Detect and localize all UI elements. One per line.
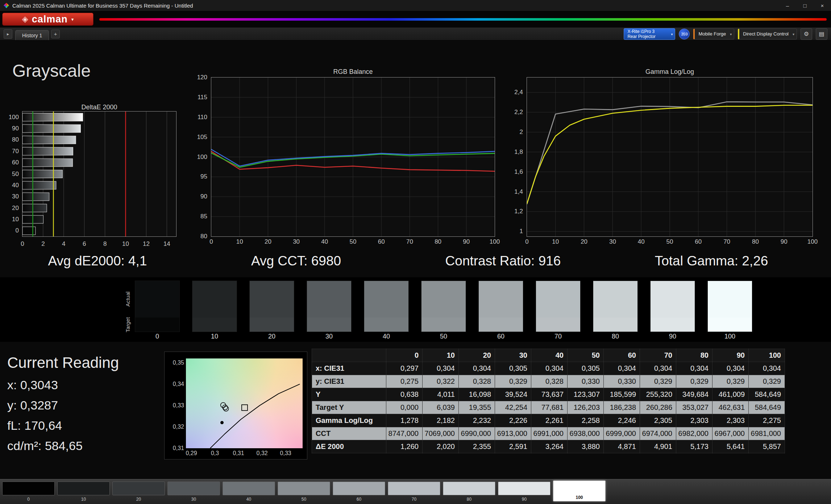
grayscale-level-button-60[interactable] — [333, 482, 385, 495]
table-col-header: 40 — [531, 349, 568, 362]
axis-tick-label: 14 — [163, 240, 170, 248]
actual-patch — [250, 281, 294, 318]
expander-icon[interactable]: ▸ — [4, 29, 12, 39]
grayscale-level-button-30[interactable] — [167, 482, 220, 495]
table-row: x: CIE310,2970,3040,3040,3050,3040,3050,… — [312, 362, 785, 375]
table-cell: 77,681 — [531, 401, 568, 414]
patch-label: 100 — [707, 333, 752, 340]
grayscale-level-button-40[interactable] — [223, 482, 275, 495]
axis-tick-label: 90 — [12, 125, 19, 132]
patch-label: 70 — [536, 333, 581, 340]
target-patch — [651, 318, 695, 332]
table-cell: 16,098 — [459, 388, 495, 401]
axis-tick-label: 110 — [198, 114, 207, 121]
table-cell: 185,599 — [604, 388, 640, 401]
grayscale-level-button-90[interactable] — [498, 482, 550, 495]
table-cell: 0,638 — [386, 388, 423, 401]
deltae-bar — [22, 204, 47, 212]
grayscale-level-button-80[interactable] — [443, 482, 495, 495]
patch-20 — [249, 281, 294, 332]
meter-dropdown[interactable]: X-Rite i1Pro 3 Rear Projector ▾ — [624, 28, 675, 40]
deltae-bar — [22, 227, 36, 235]
brand-name: calman — [32, 14, 68, 25]
patch-100 — [707, 281, 752, 332]
table-cell: 2,226 — [495, 414, 531, 427]
target-patch — [536, 318, 580, 332]
calman-menu-button[interactable]: ◈ calman ▾ — [2, 13, 94, 26]
contrast-ratio-stat: Contrast Ratio: 916 — [445, 253, 561, 269]
grayscale-level-button-100[interactable]: 100 — [553, 480, 606, 501]
actual-patch — [364, 281, 408, 318]
actual-row-label: Actual — [125, 291, 131, 307]
target-patch — [479, 318, 523, 332]
axis-tick-label: 50 — [350, 238, 357, 245]
table-cell: 584,649 — [749, 388, 785, 401]
actual-patch — [536, 281, 580, 318]
grayscale-level-button-10[interactable] — [57, 482, 110, 495]
axis-tick-label: 70 — [406, 238, 413, 245]
target-patch — [250, 318, 294, 332]
axis-tick-label: 10 — [236, 238, 243, 245]
axis-tick-label: 10 — [122, 240, 129, 248]
table-cell: 5,173 — [676, 440, 712, 453]
actual-patch — [651, 281, 695, 318]
table-row: Gamma Log/Log1,2782,1822,2322,2262,2612,… — [312, 414, 785, 427]
cie-y-tick: 0,33 — [173, 402, 184, 409]
close-button[interactable]: × — [814, 0, 831, 11]
table-cell: 0,304 — [531, 362, 568, 375]
table-cell: 126,203 — [568, 401, 604, 414]
table-cell: 0,329 — [676, 375, 712, 388]
source-dropdown[interactable]: Mobile Forge ▾ — [693, 29, 734, 39]
table-cell: 255,320 — [640, 388, 676, 401]
table-cell: 0,305 — [495, 362, 531, 375]
actual-patch — [708, 281, 752, 318]
minimize-button[interactable]: – — [779, 0, 796, 11]
axis-tick-label: 40 — [638, 238, 645, 245]
axis-tick-label: 6 — [83, 240, 86, 248]
actual-patch — [421, 281, 466, 318]
axis-tick-label: 20 — [265, 238, 271, 245]
axis-tick-label: 50 — [666, 238, 673, 245]
measured-point — [224, 406, 229, 411]
chevron-down-icon: ▾ — [671, 32, 673, 36]
grayscale-level-button-50[interactable] — [278, 482, 330, 495]
axis-tick-label: 20 — [581, 238, 587, 245]
table-cell: 73,637 — [531, 388, 568, 401]
cie-x-tick: 0,31 — [233, 450, 244, 457]
actual-patch — [479, 281, 523, 318]
swatch-button-label: 30 — [167, 497, 220, 502]
window-title: Calman 2025 Calman Ultimate for Business… — [12, 3, 193, 9]
table-cell: 0,297 — [386, 362, 423, 375]
deltae-chart-title: DeltaE 2000 — [81, 104, 117, 111]
table-col-header: 30 — [495, 349, 531, 362]
tab-history-1[interactable]: History 1 — [15, 30, 49, 40]
table-row-label: Target Y — [312, 401, 386, 414]
axis-tick-label: 20 — [12, 205, 19, 212]
swatch-button-label: 40 — [223, 497, 275, 502]
table-col-header: 20 — [459, 349, 495, 362]
swatch-button-label: 0 — [2, 497, 55, 502]
add-tab-button[interactable]: + — [51, 30, 60, 38]
table-cell: 260,286 — [640, 401, 676, 414]
target-patch — [307, 318, 351, 332]
axis-tick-label: 100 — [9, 114, 19, 121]
swatch-button-label: 80 — [443, 497, 495, 502]
table-row-label: Gamma Log/Log — [312, 414, 386, 427]
grayscale-level-button-70[interactable] — [388, 482, 440, 495]
grayscale-level-button-20[interactable] — [112, 482, 165, 495]
chevron-down-icon: ▾ — [71, 17, 74, 22]
gamma-chart-title: Gamma Log/Log — [645, 68, 694, 76]
grayscale-level-button-0[interactable] — [2, 482, 55, 495]
cie-x-tick: 0,32 — [257, 450, 268, 457]
patch-label: 30 — [307, 333, 352, 340]
panel-layout-icon[interactable]: ▤ — [816, 28, 827, 40]
display-control-dropdown[interactable]: Direct Display Control ▾ — [738, 29, 797, 39]
actual-patch — [192, 281, 237, 318]
axis-tick-label: 100 — [807, 238, 818, 245]
app-icon — [4, 3, 9, 8]
maximize-button[interactable]: □ — [796, 0, 814, 11]
table-cell: 6981,000 — [749, 427, 785, 440]
rainbow-divider — [99, 18, 827, 21]
gear-icon[interactable]: ⚙ — [801, 28, 812, 40]
axis-tick-label: 115 — [198, 94, 207, 101]
